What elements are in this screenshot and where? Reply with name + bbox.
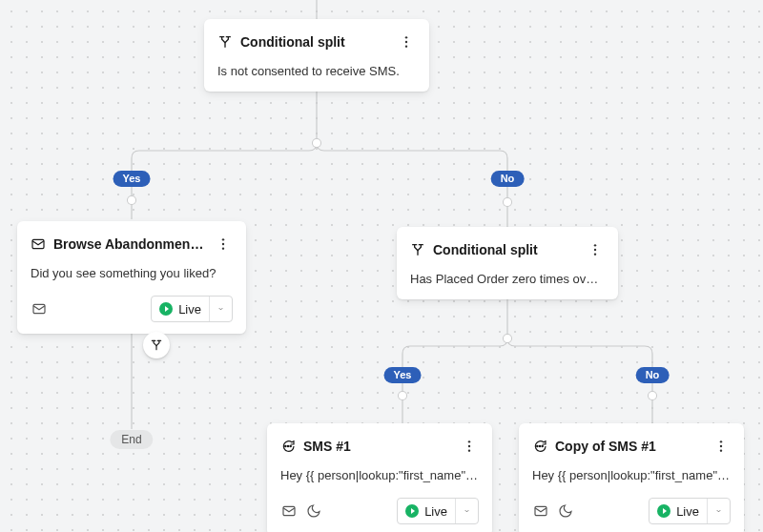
branch-yes-badge: Yes <box>113 171 151 187</box>
card-description: Is not consented to receive SMS. <box>217 63 416 80</box>
status-label: Live <box>424 504 447 519</box>
svg-point-12 <box>594 244 596 246</box>
status-dropdown[interactable]: Live <box>649 498 731 524</box>
status-dropdown[interactable]: Live <box>151 296 233 322</box>
email-outline-icon <box>280 502 298 520</box>
svg-point-9 <box>222 243 224 245</box>
card-title: Browse Abandonment: Email… <box>53 236 206 252</box>
card-menu-button[interactable] <box>214 233 233 256</box>
svg-point-16 <box>285 445 286 446</box>
svg-point-19 <box>468 445 470 447</box>
email-outline-icon <box>31 300 48 317</box>
svg-point-17 <box>290 445 291 446</box>
card-description: Hey {{ person|lookup:"first_name"|defaul… <box>280 467 479 484</box>
branch-no-badge: No <box>491 171 525 187</box>
moon-icon <box>305 502 322 520</box>
sms-action-card[interactable]: SMS #1 Hey {{ person|lookup:"first_name"… <box>267 423 492 532</box>
status-play-icon <box>405 504 419 518</box>
svg-point-27 <box>720 449 722 451</box>
card-title: Conditional split <box>433 242 578 257</box>
email-icon <box>31 236 46 252</box>
branch-no-badge: No <box>636 367 670 383</box>
moon-icon <box>557 502 574 520</box>
branch-junction-node[interactable] <box>143 332 170 358</box>
email-action-card[interactable]: Browse Abandonment: Email… Did you see s… <box>17 221 246 334</box>
status-label: Live <box>676 504 699 519</box>
svg-point-5 <box>405 41 407 43</box>
branch-yes-badge: Yes <box>384 367 422 383</box>
chevron-down-icon <box>209 297 224 321</box>
svg-point-26 <box>720 445 722 447</box>
conditional-split-card[interactable]: Conditional split Is not consented to re… <box>204 19 429 92</box>
sms-action-card[interactable]: Copy of SMS #1 Hey {{ person|lookup:"fir… <box>519 423 744 532</box>
svg-point-18 <box>468 440 470 442</box>
svg-point-24 <box>542 445 543 446</box>
card-menu-button[interactable] <box>711 435 731 458</box>
card-menu-button[interactable] <box>586 238 605 261</box>
svg-point-13 <box>594 249 596 251</box>
split-icon <box>410 242 425 257</box>
conditional-split-card[interactable]: Conditional split Has Placed Order zero … <box>397 227 618 299</box>
svg-point-15 <box>287 445 288 446</box>
card-description: Hey {{ person|lookup:"first_name"|defaul… <box>532 467 731 484</box>
email-outline-icon <box>532 502 549 520</box>
status-dropdown[interactable]: Live <box>397 498 479 524</box>
svg-point-4 <box>405 36 407 38</box>
card-description: Has Placed Order zero times over all tim… <box>410 271 605 288</box>
card-menu-button[interactable] <box>460 435 479 458</box>
svg-point-10 <box>222 247 224 249</box>
split-icon <box>217 34 233 50</box>
card-title: SMS #1 <box>303 439 452 454</box>
status-play-icon <box>159 302 173 316</box>
svg-point-25 <box>720 440 722 442</box>
svg-point-6 <box>405 45 407 47</box>
chevron-down-icon <box>455 499 470 523</box>
status-label: Live <box>178 302 201 317</box>
end-node: End <box>110 430 153 449</box>
status-play-icon <box>657 504 670 518</box>
svg-point-20 <box>468 449 470 451</box>
svg-point-23 <box>537 445 538 446</box>
card-title: Conditional split <box>240 34 389 50</box>
card-menu-button[interactable] <box>397 31 416 53</box>
svg-point-14 <box>594 253 596 255</box>
svg-point-8 <box>222 238 224 240</box>
card-title: Copy of SMS #1 <box>555 439 704 454</box>
sms-icon <box>532 439 547 454</box>
card-description: Did you see something you liked? <box>31 265 233 282</box>
sms-icon <box>280 439 296 454</box>
chevron-down-icon <box>707 499 722 523</box>
svg-point-22 <box>539 445 540 446</box>
